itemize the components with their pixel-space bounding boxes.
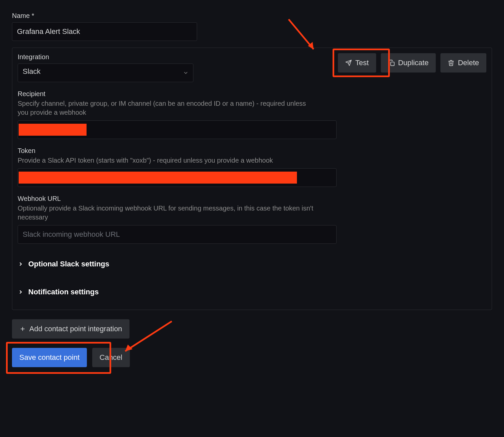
token-redaction — [19, 172, 297, 184]
recipient-help: Specify channel, private group, or IM ch… — [18, 99, 317, 117]
send-icon — [345, 60, 352, 66]
notification-settings-expander[interactable]: Notification settings — [18, 288, 486, 296]
delete-button-label: Delete — [458, 59, 479, 67]
token-group: Token Provide a Slack API token (starts … — [18, 147, 486, 187]
webhook-group: Webhook URL Optionally provide a Slack i… — [18, 195, 486, 244]
recipient-group: Recipient Specify channel, private group… — [18, 90, 486, 139]
integration-select[interactable]: Slack — [18, 64, 193, 82]
name-input[interactable] — [12, 22, 197, 41]
save-button-label: Save contact point — [19, 353, 80, 362]
token-input[interactable] — [18, 168, 337, 187]
webhook-help: Optionally provide a Slack incoming webh… — [18, 204, 317, 222]
integration-label: Integration — [18, 53, 193, 61]
name-field-group: Name * — [12, 12, 492, 41]
test-button[interactable]: Test — [338, 53, 376, 73]
webhook-label: Webhook URL — [18, 195, 486, 203]
token-label: Token — [18, 147, 486, 155]
name-label: Name * — [12, 12, 492, 20]
copy-icon — [388, 60, 395, 66]
token-help: Provide a Slack API token (starts with "… — [18, 156, 317, 165]
notification-settings-label: Notification settings — [28, 288, 99, 296]
add-integration-button[interactable]: Add contact point integration — [12, 319, 129, 339]
svg-marker-2 — [308, 42, 314, 49]
cancel-button-label: Cancel — [100, 353, 122, 362]
recipient-input[interactable] — [18, 120, 337, 139]
optional-slack-settings-expander[interactable]: Optional Slack settings — [18, 260, 486, 268]
chevron-right-icon — [18, 261, 24, 267]
trash-icon — [448, 60, 454, 66]
delete-button[interactable]: Delete — [440, 53, 486, 73]
duplicate-button-label: Duplicate — [398, 59, 429, 67]
integration-panel: Integration Slack Test — [12, 48, 492, 310]
webhook-input[interactable] — [18, 225, 337, 244]
plus-icon — [19, 326, 26, 332]
recipient-label: Recipient — [18, 90, 486, 98]
cancel-button[interactable]: Cancel — [92, 348, 129, 367]
svg-rect-0 — [390, 62, 394, 66]
test-button-label: Test — [355, 59, 369, 67]
add-integration-label: Add contact point integration — [29, 325, 122, 333]
duplicate-button[interactable]: Duplicate — [381, 53, 436, 73]
svg-line-5 — [125, 321, 172, 351]
save-button[interactable]: Save contact point — [12, 348, 87, 367]
recipient-redaction — [19, 124, 87, 136]
panel-action-buttons: Test Duplicate Delete — [338, 53, 486, 73]
chevron-right-icon — [18, 289, 24, 295]
optional-slack-settings-label: Optional Slack settings — [28, 260, 109, 268]
